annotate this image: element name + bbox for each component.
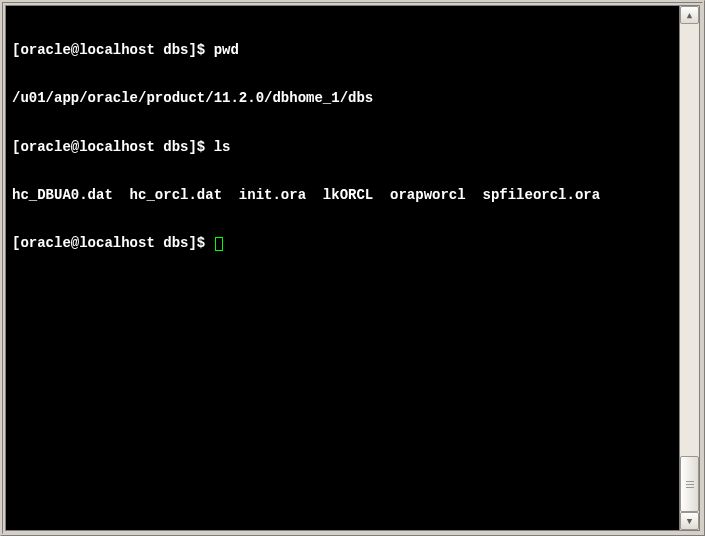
terminal-line: [oracle@localhost dbs]$ ls [12, 139, 673, 155]
terminal-output[interactable]: [oracle@localhost dbs]$ pwd /u01/app/ora… [6, 6, 679, 530]
terminal-line: [oracle@localhost dbs]$ [12, 235, 673, 251]
scroll-down-button[interactable]: ▼ [680, 512, 699, 530]
scroll-up-button[interactable]: ▲ [680, 6, 699, 24]
terminal-line: [oracle@localhost dbs]$ pwd [12, 42, 673, 58]
command: ls [214, 139, 231, 155]
chevron-down-icon: ▼ [687, 516, 692, 526]
scrollbar[interactable]: ▲ ▼ [679, 6, 699, 530]
output: hc_DBUA0.dat hc_orcl.dat init.ora lkORCL… [12, 187, 600, 203]
chevron-up-icon: ▲ [687, 10, 692, 20]
terminal-line: /u01/app/oracle/product/11.2.0/dbhome_1/… [12, 90, 673, 106]
command: pwd [214, 42, 239, 58]
grip-line-icon [686, 484, 694, 485]
cursor-icon [215, 237, 223, 251]
prompt: [oracle@localhost dbs]$ [12, 139, 214, 155]
output: /u01/app/oracle/product/11.2.0/dbhome_1/… [12, 90, 373, 106]
prompt: [oracle@localhost dbs]$ [12, 235, 214, 251]
terminal-line: hc_DBUA0.dat hc_orcl.dat init.ora lkORCL… [12, 187, 673, 203]
terminal-container: [oracle@localhost dbs]$ pwd /u01/app/ora… [5, 5, 700, 531]
scroll-thumb[interactable] [680, 456, 699, 512]
prompt: [oracle@localhost dbs]$ [12, 42, 214, 58]
scroll-track[interactable] [680, 24, 699, 512]
terminal-window-frame: [oracle@localhost dbs]$ pwd /u01/app/ora… [0, 0, 705, 536]
